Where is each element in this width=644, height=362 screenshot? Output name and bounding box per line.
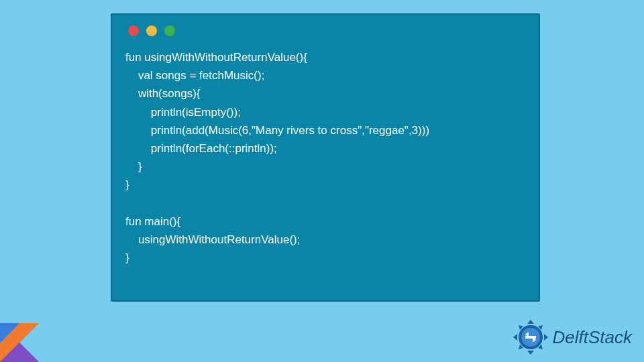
svg-marker-7 bbox=[544, 334, 548, 341]
brand-gear-icon bbox=[513, 319, 549, 355]
code-content: fun usingWithWithoutReturnValue(){ val s… bbox=[125, 48, 525, 267]
svg-marker-5 bbox=[527, 351, 534, 355]
close-icon bbox=[128, 25, 139, 36]
code-panel: fun usingWithWithoutReturnValue(){ val s… bbox=[111, 13, 540, 302]
svg-marker-4 bbox=[527, 320, 534, 324]
window-controls bbox=[128, 25, 525, 36]
brand-badge: DelftStack bbox=[513, 319, 633, 355]
kotlin-logo-icon bbox=[0, 323, 39, 362]
brand-name: DelftStack bbox=[553, 327, 633, 348]
svg-marker-6 bbox=[513, 334, 517, 341]
minimize-icon bbox=[146, 25, 157, 36]
svg-rect-16 bbox=[525, 336, 536, 339]
maximize-icon bbox=[164, 25, 175, 36]
